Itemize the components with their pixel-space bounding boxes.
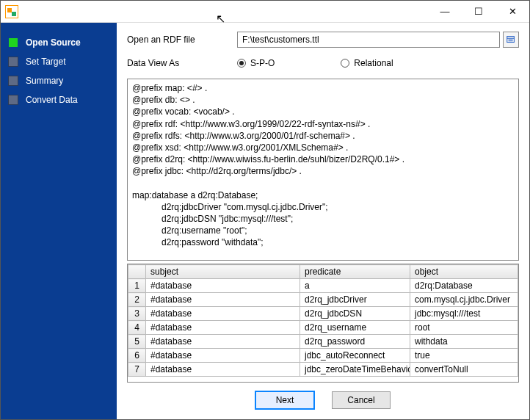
rownum-header xyxy=(128,265,146,279)
open-file-icon xyxy=(506,35,516,45)
cell-subject: #database xyxy=(146,363,300,377)
radio-label: Relational xyxy=(354,58,393,68)
cell-object: root xyxy=(410,321,518,335)
row-number: 2 xyxy=(128,293,146,307)
cell-subject: #database xyxy=(146,335,300,349)
table-row[interactable]: 4#databased2rq_usernameroot xyxy=(128,321,518,335)
open-file-label: Open an RDF file xyxy=(127,35,237,45)
radio-icon xyxy=(237,59,246,68)
view-as-label: Data View As xyxy=(127,58,237,68)
titlebar: — ☐ ✕ xyxy=(1,1,529,23)
table-row[interactable]: 3#databased2rq_jdbcDSNjdbc:mysql:///test xyxy=(128,307,518,321)
row-number: 5 xyxy=(128,335,146,349)
triples-table: subject predicate object 1#databasead2rq… xyxy=(128,264,518,377)
cell-subject: #database xyxy=(146,307,300,321)
step-status-icon xyxy=(8,76,18,86)
radio-spo[interactable]: S-P-O xyxy=(237,58,275,68)
radio-relational[interactable]: Relational xyxy=(341,58,393,68)
triples-table-wrap[interactable]: subject predicate object 1#databasead2rq… xyxy=(127,264,519,383)
cell-object: com.mysql.cj.jdbc.Driver xyxy=(410,293,518,307)
cell-predicate: jdbc_autoReconnect xyxy=(300,349,410,363)
cell-predicate: d2rq_password xyxy=(300,335,410,349)
table-row[interactable]: 7#databasejdbc_zeroDateTimeBehaviorconve… xyxy=(128,363,518,377)
app-icon xyxy=(5,5,18,18)
table-row[interactable]: 1#databasead2rq:Database xyxy=(128,279,518,293)
cell-subject: #database xyxy=(146,293,300,307)
cancel-button[interactable]: Cancel xyxy=(332,391,391,409)
cell-subject: #database xyxy=(146,279,300,293)
step-label: Convert Data xyxy=(26,95,78,105)
cell-object: convertToNull xyxy=(410,363,518,377)
cell-object: jdbc:mysql:///test xyxy=(410,307,518,321)
radio-label: S-P-O xyxy=(250,58,275,68)
table-row[interactable]: 2#databased2rq_jdbcDrivercom.mysql.cj.jd… xyxy=(128,293,518,307)
step-label: Set Target xyxy=(26,57,65,67)
cell-predicate: d2rq_jdbcDriver xyxy=(300,293,410,307)
step-summary[interactable]: Summary xyxy=(1,71,117,90)
row-number: 1 xyxy=(128,279,146,293)
step-open-source[interactable]: Open Source xyxy=(1,33,117,52)
cell-predicate: d2rq_username xyxy=(300,321,410,335)
rdf-source-textarea[interactable]: @prefix map: <#> . @prefix db: <> . @pre… xyxy=(127,79,519,261)
minimize-button[interactable]: — xyxy=(428,1,462,23)
cell-object: withdata xyxy=(410,335,518,349)
main-panel: ↖ Open an RDF file Data View As S-P-O xyxy=(117,23,529,419)
step-status-icon xyxy=(8,37,18,48)
maximize-button[interactable]: ☐ xyxy=(462,1,495,23)
row-number: 6 xyxy=(128,349,146,363)
browse-button[interactable] xyxy=(503,32,519,48)
column-header-predicate[interactable]: predicate xyxy=(300,265,410,279)
cell-subject: #database xyxy=(146,321,300,335)
cell-object: d2rq:Database xyxy=(410,279,518,293)
row-number: 4 xyxy=(128,321,146,335)
radio-icon xyxy=(341,59,349,68)
step-status-icon xyxy=(8,95,18,105)
table-row[interactable]: 5#databased2rq_passwordwithdata xyxy=(128,335,518,349)
step-convert-data[interactable]: Convert Data xyxy=(1,90,117,109)
row-number: 3 xyxy=(128,307,146,321)
table-row[interactable]: 6#databasejdbc_autoReconnecttrue xyxy=(128,349,518,363)
step-label: Open Source xyxy=(26,37,81,48)
step-status-icon xyxy=(8,57,18,67)
cell-predicate: d2rq_jdbcDSN xyxy=(300,307,410,321)
column-header-object[interactable]: object xyxy=(410,265,518,279)
close-button[interactable]: ✕ xyxy=(495,1,529,23)
row-number: 7 xyxy=(128,363,146,377)
column-header-subject[interactable]: subject xyxy=(146,265,300,279)
wizard-sidebar: Open Source Set Target Summary Convert D… xyxy=(1,23,117,419)
next-button[interactable]: Next xyxy=(255,391,314,409)
step-label: Summary xyxy=(26,76,63,86)
cell-object: true xyxy=(410,349,518,363)
step-set-target[interactable]: Set Target xyxy=(1,52,117,71)
cell-predicate: jdbc_zeroDateTimeBehavior xyxy=(300,363,410,377)
cell-predicate: a xyxy=(300,279,410,293)
cell-subject: #database xyxy=(146,349,300,363)
rdf-file-input[interactable] xyxy=(237,32,500,48)
